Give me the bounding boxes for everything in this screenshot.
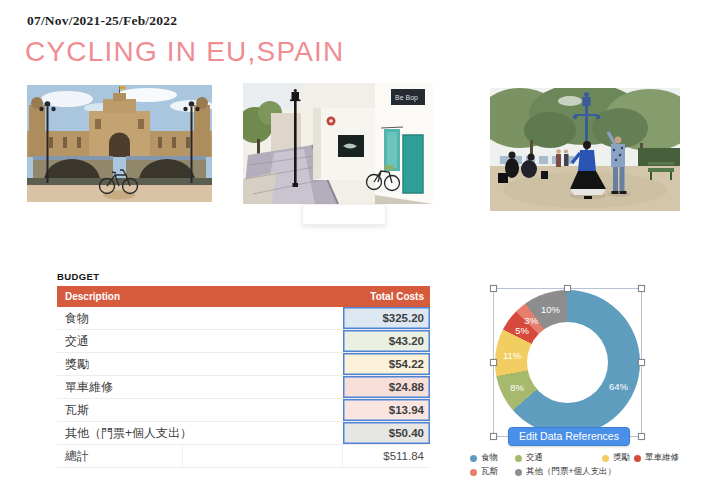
table-row: 瓦斯 $13.94 xyxy=(57,399,430,422)
row-value-cell-selected[interactable]: $24.88 xyxy=(343,376,430,398)
village-street-image: Be Bop xyxy=(243,83,433,204)
row-label-cell[interactable]: 交通 xyxy=(57,330,343,352)
row-value-cell-selected[interactable]: $43.20 xyxy=(343,330,430,352)
donut-percent-label: 64% xyxy=(609,380,628,391)
legend-dot xyxy=(470,455,477,462)
row-label-cell[interactable]: 其他（門票+個人支出） xyxy=(57,422,343,444)
total-empty-cell[interactable] xyxy=(183,445,343,467)
row-value-cell-selected[interactable]: $54.22 xyxy=(343,353,430,375)
legend-dot xyxy=(602,455,609,462)
row-value-cell-selected[interactable]: $50.40 xyxy=(343,422,430,444)
chart-selection-box[interactable]: 64%8%11%5%3%10% xyxy=(493,288,642,437)
selection-handle-e[interactable] xyxy=(638,359,645,366)
table-row: 單車維修 $24.88 xyxy=(57,376,430,399)
selection-handle-ne[interactable] xyxy=(638,285,645,292)
donut-percent-label: 10% xyxy=(541,304,560,315)
legend-label: 瓦斯 xyxy=(481,466,498,478)
legend-item[interactable]: 交通 xyxy=(515,452,543,464)
plaza-medallion xyxy=(103,191,135,200)
page-title[interactable]: CYCLING IN EU,SPAIN xyxy=(25,36,344,68)
row-label-cell[interactable]: 獎勵 xyxy=(57,353,343,375)
donut-percent-label: 5% xyxy=(515,324,529,335)
legend-dot xyxy=(634,455,641,462)
donut-percent-label: 8% xyxy=(510,382,524,393)
row-label-cell[interactable]: 單車維修 xyxy=(57,376,343,398)
table-row: 交通 $43.20 xyxy=(57,330,430,353)
selection-handle-se[interactable] xyxy=(638,433,645,440)
budget-section-label: BUDGET xyxy=(57,271,100,282)
table-row: 獎勵 $54.22 xyxy=(57,353,430,376)
date-range-text[interactable]: 07/Nov/2021-25/Feb/2022 xyxy=(27,13,177,29)
legend-item[interactable]: 獎勵 xyxy=(602,452,630,464)
selection-handle-nw[interactable] xyxy=(490,285,497,292)
plaza-de-espana-image xyxy=(27,85,212,202)
legend-label: 單車維修 xyxy=(645,452,679,464)
photo-park-flamenco-dancers[interactable] xyxy=(490,88,680,211)
legend-item[interactable]: 其他（門票+個人支出） xyxy=(515,466,616,478)
legend-item[interactable]: 瓦斯 xyxy=(470,466,498,478)
legend-label: 其他（門票+個人支出） xyxy=(526,466,616,478)
edit-data-references-button[interactable]: Edit Data References xyxy=(508,427,630,446)
presentation-slide: 07/Nov/2021-25/Feb/2022 CYCLING IN EU,SP… xyxy=(0,0,720,490)
total-label-cell[interactable]: 總計 xyxy=(57,445,183,467)
donut-percent-label: 11% xyxy=(503,349,521,360)
total-value-cell[interactable]: $511.84 xyxy=(343,445,430,467)
donut-chart[interactable]: 64%8%11%5%3%10% xyxy=(495,290,640,435)
photo-white-village-street[interactable]: Be Bop xyxy=(243,83,433,204)
center-wall xyxy=(313,108,375,180)
empty-caption-placeholder[interactable] xyxy=(302,204,386,225)
row-value-cell-selected[interactable]: $325.20 xyxy=(343,307,430,329)
legend-item[interactable]: 食物 xyxy=(470,452,498,464)
bebop-sign-text: Be Bop xyxy=(395,94,418,102)
legend-dot xyxy=(470,469,477,476)
row-label-cell[interactable]: 瓦斯 xyxy=(57,399,343,421)
legend-dot xyxy=(515,469,522,476)
column-header-description[interactable]: Description xyxy=(57,286,343,307)
selection-handle-sw[interactable] xyxy=(490,433,497,440)
donut-percent-label: 3% xyxy=(524,314,538,325)
shop-facade: Be Bop xyxy=(375,83,433,204)
park-dancers-image xyxy=(490,88,680,211)
column-header-total-costs[interactable]: Total Costs xyxy=(343,286,430,307)
row-value-cell-selected[interactable]: $13.94 xyxy=(343,399,430,421)
donut-hole xyxy=(527,322,608,403)
budget-table[interactable]: Description Total Costs 食物 $325.20 交通 $4… xyxy=(57,286,430,468)
legend-dot xyxy=(515,455,522,462)
legend-label: 獎勵 xyxy=(613,452,630,464)
table-row: 食物 $325.20 xyxy=(57,307,430,330)
row-label-cell[interactable]: 食物 xyxy=(57,307,343,329)
legend-label: 食物 xyxy=(481,452,498,464)
table-header-row: Description Total Costs xyxy=(57,286,430,307)
photo-plaza-de-espana[interactable] xyxy=(27,85,212,202)
legend-label: 交通 xyxy=(526,452,543,464)
table-total-row: 總計 $511.84 xyxy=(57,445,430,468)
selection-handle-n[interactable] xyxy=(564,285,571,292)
legend-item[interactable]: 單車維修 xyxy=(634,452,679,464)
selection-handle-w[interactable] xyxy=(490,359,497,366)
table-row: 其他（門票+個人支出） $50.40 xyxy=(57,422,430,445)
